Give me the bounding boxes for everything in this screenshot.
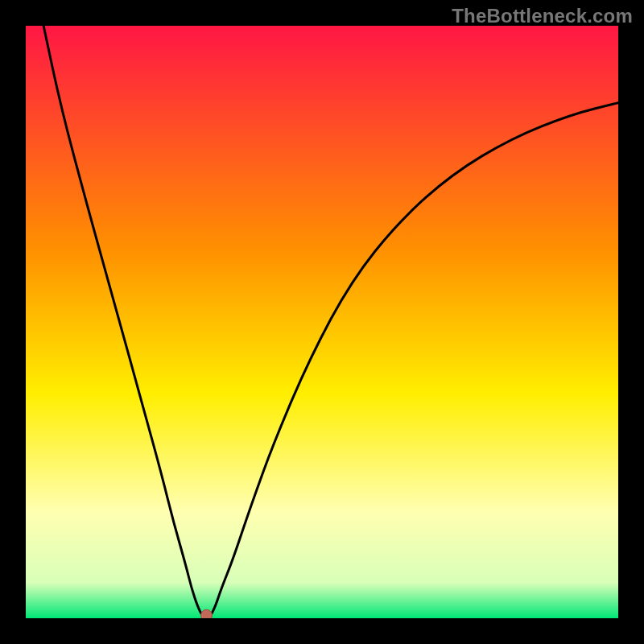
watermark-text: TheBottleneck.com bbox=[452, 5, 633, 27]
plot-area bbox=[26, 26, 618, 618]
optimal-point-marker bbox=[201, 609, 213, 618]
outer-frame: TheBottleneck.com bbox=[0, 0, 644, 644]
gradient-background bbox=[26, 26, 618, 618]
chart-svg bbox=[26, 26, 618, 618]
